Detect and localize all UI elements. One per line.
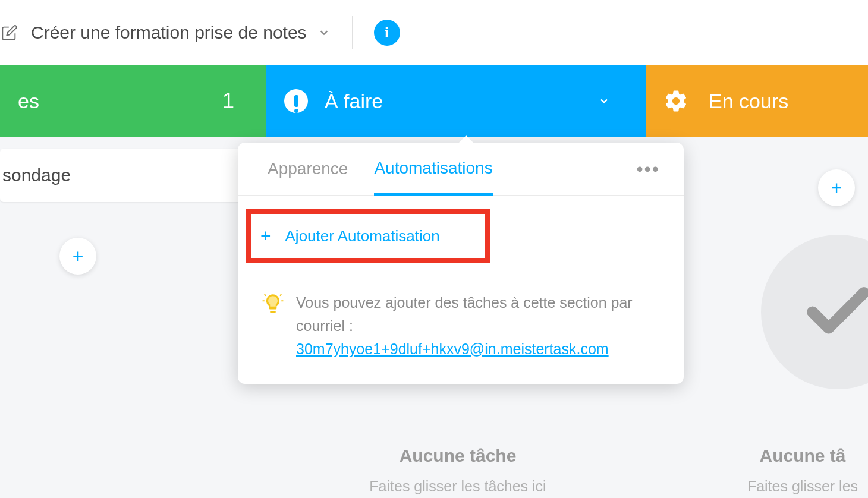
more-icon[interactable]: ••• (636, 158, 660, 180)
add-task-button[interactable]: + (59, 238, 96, 275)
hint-email-link[interactable]: 30m7yhyoe1+9dluf+hkxv9@in.meistertask.co… (296, 341, 609, 357)
tab-automations[interactable]: Automatisations (374, 159, 492, 196)
add-automation-label: Ajouter Automatisation (285, 227, 440, 245)
tabs-row: Apparence Automatisations ••• (238, 143, 684, 196)
project-title[interactable]: Créer une formation prise de notes (31, 23, 307, 43)
columns-row: es 1 À faire En cours (0, 65, 868, 137)
svg-line-2 (265, 294, 266, 295)
empty-state: Aucune tâche Faites glisser les tâches i… (357, 446, 559, 495)
column-header-orange[interactable]: En cours (646, 65, 868, 137)
empty-title: Aucune tâche (357, 446, 559, 466)
column-green-title: es (18, 90, 39, 113)
info-icon[interactable]: i (374, 20, 400, 46)
column-header-blue[interactable]: À faire (266, 65, 646, 137)
tab-appearance[interactable]: Apparence (268, 159, 348, 194)
divider (352, 16, 353, 49)
column-orange-title: En cours (709, 90, 788, 113)
svg-line-3 (280, 294, 281, 295)
empty-subtitle: Faites glisser les tâches ici (357, 478, 559, 495)
add-automation-button[interactable]: + Ajouter Automatisation (246, 209, 490, 263)
lightbulb-icon (262, 292, 284, 315)
column-green-count: 1 (222, 89, 234, 114)
gear-icon (663, 89, 688, 114)
chevron-down-icon[interactable] (598, 95, 610, 107)
empty-title: Aucune tâ (713, 446, 868, 466)
alert-icon (284, 89, 308, 113)
chevron-down-icon[interactable] (317, 26, 331, 39)
hint-row: Vous pouvez ajouter des tâches à cette s… (238, 276, 684, 384)
empty-subtitle: Faites glisser les (713, 478, 868, 495)
top-bar: Créer une formation prise de notes i (0, 0, 868, 65)
plus-icon: + (260, 226, 271, 246)
column-header-green[interactable]: es 1 (0, 65, 266, 137)
column-blue-title: À faire (325, 90, 383, 113)
hint-text: Vous pouvez ajouter des tâches à cette s… (296, 291, 660, 360)
column-settings-dropdown: Apparence Automatisations ••• + Ajouter … (238, 143, 684, 384)
edit-icon[interactable] (1, 24, 18, 41)
empty-state: Aucune tâ Faites glisser les (713, 446, 868, 495)
add-task-button[interactable]: + (818, 169, 855, 206)
task-card[interactable]: sondage (0, 149, 266, 202)
